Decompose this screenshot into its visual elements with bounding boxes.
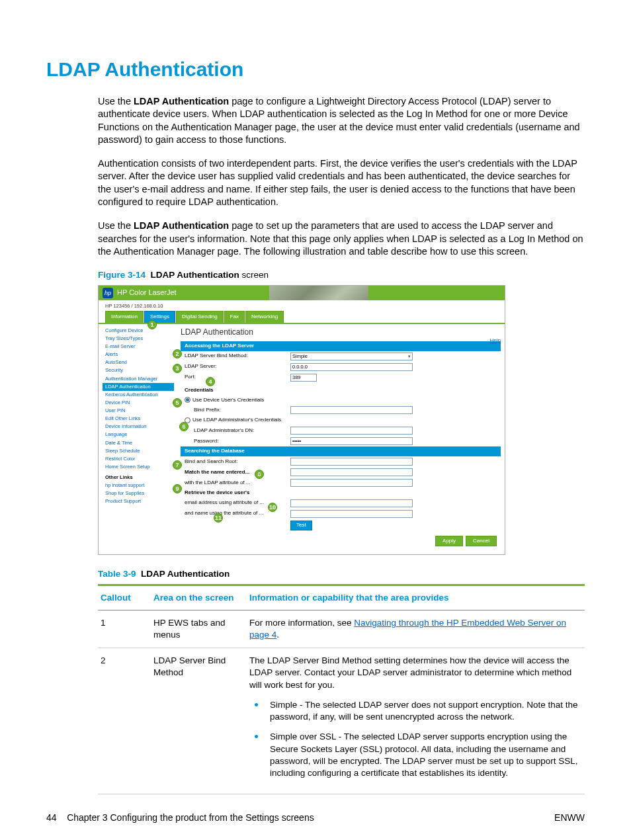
nav-item[interactable]: Alerts	[105, 351, 178, 358]
table-number: Table 3-9	[98, 569, 136, 579]
callout-bubble-4: 4	[206, 377, 215, 386]
intro-para-3: Use the LDAP Authentication page to set …	[98, 220, 585, 259]
admin-dn-input[interactable]	[290, 427, 413, 435]
tab-digital-sending[interactable]: Digital Sending	[176, 311, 224, 323]
col-callout: Callout	[98, 585, 151, 610]
ldap-screenshot: hp HP Color LaserJet HP 123456 / 192.168…	[98, 285, 505, 555]
cell-callout: 2	[98, 648, 151, 794]
bind-method-value: Simple	[292, 353, 308, 360]
callout-bubble-3: 3	[173, 364, 182, 373]
callout-bubble-2: 2	[173, 349, 182, 358]
intro-para-2: Authentication consists of two interdepe…	[98, 157, 585, 209]
nav-item[interactable]: Device Information	[105, 423, 178, 431]
nav-item[interactable]: Restrict Color	[105, 455, 178, 463]
screenshot-header: hp HP Color LaserJet	[99, 286, 505, 300]
bind-prefix-input[interactable]	[290, 406, 413, 414]
cell-area: HP EWS tabs and menus	[151, 610, 247, 648]
email-attribute-input[interactable]	[290, 499, 413, 507]
list-item: Simple over SSL - The selected LDAP serv…	[249, 731, 579, 779]
text: Simple over SSL - The selected LDAP serv…	[270, 731, 579, 779]
cell-callout: 1	[98, 610, 151, 648]
nav-item[interactable]: Edit Other Links	[105, 415, 178, 423]
credentials-header: Credentials	[185, 387, 290, 394]
password-label: Password:	[185, 438, 290, 445]
help-link[interactable]: Help	[490, 337, 501, 345]
sidebar-nav: Configure Device Tray Sizes/Types E-mail…	[99, 324, 178, 555]
tab-networking[interactable]: Networking	[245, 311, 284, 323]
callout-bubble-5: 5	[173, 398, 182, 407]
nav-item[interactable]: Date & Time	[105, 439, 178, 447]
match-name-input[interactable]	[290, 468, 413, 476]
figure-number: Figure 3-14	[98, 270, 146, 280]
bind-method-label: LDAP Server Bind Method:	[185, 353, 290, 360]
bind-prefix-label: Bind Prefix:	[185, 407, 290, 414]
cancel-button[interactable]: Cancel	[466, 536, 497, 547]
match-attribute-input[interactable]	[290, 479, 413, 487]
callout-bubble-8: 8	[255, 470, 264, 479]
hp-logo-icon: hp	[103, 288, 113, 298]
match-name-label-a: Match the name entered...	[185, 469, 290, 476]
nav-item[interactable]: Tray Sizes/Types	[105, 335, 178, 343]
cell-area: LDAP Server Bind Method	[151, 648, 247, 794]
callout-bubble-10: 10	[268, 503, 277, 512]
cell-info: For more information, see Navigating thr…	[247, 610, 585, 648]
nav-item[interactable]: Home Screen Setup	[105, 463, 178, 471]
list-item: Simple - The selected LDAP server does n…	[249, 699, 579, 723]
figure-title-suffix: screen	[239, 270, 269, 280]
nav-item[interactable]: Language	[105, 431, 178, 439]
port-label: Port:	[185, 374, 290, 381]
bind-method-select[interactable]: Simple▾	[290, 353, 413, 360]
callout-bubble-1: 1	[147, 320, 157, 329]
product-name: HP Color LaserJet	[117, 288, 177, 298]
nav-item[interactable]: Product Support	[105, 497, 178, 505]
nav-item-current[interactable]: LDAP Authentication	[103, 383, 174, 391]
nav-item[interactable]: Kerberos Authentication	[105, 391, 178, 399]
chapter-title: Chapter 3 Configuring the product from t…	[67, 812, 314, 823]
nav-item[interactable]: User PIN	[105, 407, 178, 415]
ldap-server-input[interactable]: 0.0.0.0	[290, 363, 413, 371]
nav-item[interactable]: hp instant support	[105, 482, 178, 489]
radio-on-icon	[185, 397, 190, 403]
table-caption: Table 3-9 LDAP Authentication	[98, 568, 585, 580]
nav-item[interactable]: Device PIN	[105, 399, 178, 407]
text-bold: LDAP Authentication	[134, 220, 229, 231]
chevron-down-icon: ▾	[408, 353, 411, 359]
text: .	[276, 630, 279, 640]
section-bar-searching: Searching the Database	[181, 446, 501, 456]
nav-item[interactable]: E-mail Server	[105, 343, 178, 351]
device-user-credentials-radio[interactable]: Use Device User's Credentials	[185, 397, 290, 404]
retrieve-label-a: Retrieve the device user's	[185, 489, 290, 497]
main-panel: LDAP Authentication Help Accessing the L…	[178, 324, 505, 555]
nav-item[interactable]: AutoSend	[105, 358, 178, 366]
intro-para-1: Use the LDAP Authentication page to conf…	[98, 95, 585, 147]
doc-lang-code: ENWW	[554, 812, 585, 824]
nav-item[interactable]: Shop for Supplies	[105, 489, 178, 497]
figure-title-bold: LDAP Authentication	[151, 270, 239, 280]
product-image	[269, 286, 368, 300]
callout-bubble-7: 7	[173, 460, 182, 470]
search-root-input[interactable]	[290, 458, 413, 466]
admin-credentials-radio[interactable]: Use LDAP Administrator's Credentials	[185, 417, 290, 424]
radio-label: Use Device User's Credentials	[192, 397, 264, 403]
admin-dn-label: LDAP Administrator's DN:	[185, 427, 290, 435]
port-input[interactable]: 389	[290, 374, 317, 382]
nav-item[interactable]: Security	[105, 366, 178, 374]
table-row: 2 LDAP Server Bind Method The LDAP Serve…	[98, 648, 585, 794]
name-attribute-input[interactable]	[290, 510, 413, 518]
tab-fax[interactable]: Fax	[224, 311, 245, 323]
match-name-label-b: with the LDAP attribute of ...	[185, 480, 290, 487]
nav-item[interactable]: Sleep Schedule	[105, 447, 178, 455]
password-input[interactable]: •••••	[290, 437, 413, 445]
test-button[interactable]: Test	[290, 521, 312, 530]
tab-information[interactable]: Information	[105, 311, 144, 323]
page-title: LDAP Authentication	[46, 56, 585, 83]
col-info: Information or capability that the area …	[247, 585, 585, 610]
bullet-icon	[255, 735, 258, 738]
apply-button[interactable]: Apply	[435, 536, 463, 547]
text: Simple - The selected LDAP server does n…	[270, 699, 579, 723]
bullet-icon	[255, 703, 258, 706]
nav-item[interactable]: Authentication Manager	[105, 375, 178, 383]
nav-item[interactable]: Configure Device	[105, 327, 178, 335]
table-title: LDAP Authentication	[141, 569, 230, 579]
col-area: Area on the screen	[151, 585, 247, 610]
